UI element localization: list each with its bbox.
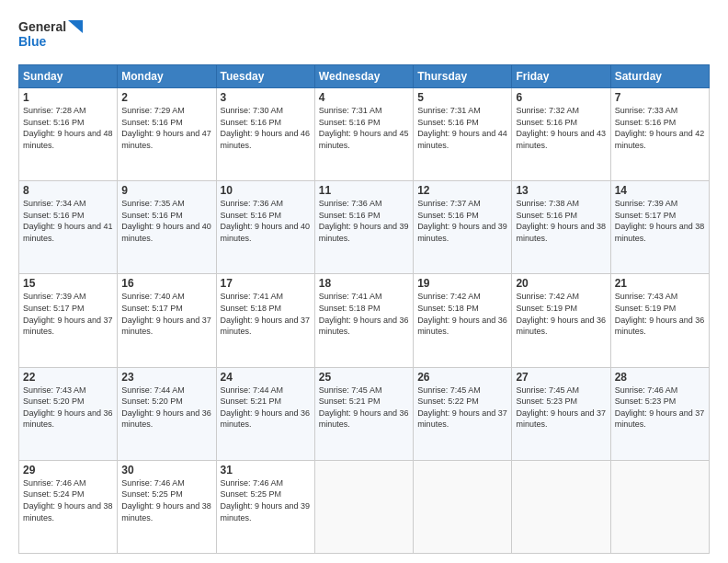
day-number: 4	[319, 91, 409, 104]
day-number: 14	[615, 184, 705, 197]
calendar-week-2: 8Sunrise: 7:34 AMSunset: 5:16 PMDaylight…	[19, 181, 710, 274]
day-number: 11	[319, 184, 409, 197]
day-info: Sunrise: 7:46 AMSunset: 5:25 PMDaylight:…	[121, 477, 211, 523]
calendar-cell: 19Sunrise: 7:42 AMSunset: 5:18 PMDayligh…	[414, 274, 512, 367]
calendar-cell: 12Sunrise: 7:37 AMSunset: 5:16 PMDayligh…	[414, 181, 512, 274]
calendar-table: SundayMondayTuesdayWednesdayThursdayFrid…	[18, 64, 710, 554]
calendar-cell: 6Sunrise: 7:32 AMSunset: 5:16 PMDaylight…	[512, 88, 610, 181]
calendar-cell: 10Sunrise: 7:36 AMSunset: 5:16 PMDayligh…	[216, 181, 314, 274]
day-number: 1	[23, 91, 113, 104]
svg-text:General: General	[18, 19, 66, 34]
day-number: 29	[23, 464, 113, 477]
day-number: 5	[417, 91, 507, 104]
day-number: 21	[615, 277, 705, 290]
calendar-cell: 17Sunrise: 7:41 AMSunset: 5:18 PMDayligh…	[216, 274, 314, 367]
day-info: Sunrise: 7:38 AMSunset: 5:16 PMDaylight:…	[516, 198, 606, 244]
weekday-header-wednesday: Wednesday	[314, 65, 413, 88]
calendar-cell: 4Sunrise: 7:31 AMSunset: 5:16 PMDaylight…	[314, 88, 413, 181]
day-info: Sunrise: 7:34 AMSunset: 5:16 PMDaylight:…	[23, 198, 113, 244]
day-info: Sunrise: 7:31 AMSunset: 5:16 PMDaylight:…	[319, 105, 409, 151]
day-number: 30	[121, 464, 211, 477]
day-info: Sunrise: 7:45 AMSunset: 5:22 PMDaylight:…	[417, 385, 507, 431]
day-number: 3	[221, 91, 311, 104]
calendar-week-4: 22Sunrise: 7:43 AMSunset: 5:20 PMDayligh…	[19, 367, 710, 460]
calendar-cell: 28Sunrise: 7:46 AMSunset: 5:23 PMDayligh…	[610, 367, 709, 460]
calendar-cell: 27Sunrise: 7:45 AMSunset: 5:23 PMDayligh…	[512, 367, 610, 460]
day-number: 8	[23, 184, 113, 197]
day-info: Sunrise: 7:44 AMSunset: 5:21 PMDaylight:…	[221, 385, 311, 431]
day-info: Sunrise: 7:39 AMSunset: 5:17 PMDaylight:…	[615, 198, 705, 244]
day-number: 18	[319, 277, 409, 290]
day-number: 24	[221, 371, 311, 384]
day-info: Sunrise: 7:30 AMSunset: 5:16 PMDaylight:…	[221, 105, 311, 151]
day-info: Sunrise: 7:37 AMSunset: 5:16 PMDaylight:…	[417, 198, 507, 244]
day-number: 2	[121, 91, 211, 104]
calendar-cell	[314, 460, 413, 553]
day-info: Sunrise: 7:42 AMSunset: 5:19 PMDaylight:…	[516, 291, 606, 337]
day-info: Sunrise: 7:36 AMSunset: 5:16 PMDaylight:…	[319, 198, 409, 244]
logo: General Blue	[18, 15, 83, 55]
calendar-cell: 31Sunrise: 7:46 AMSunset: 5:25 PMDayligh…	[216, 460, 314, 553]
day-info: Sunrise: 7:31 AMSunset: 5:16 PMDaylight:…	[417, 105, 507, 151]
header: General Blue	[18, 15, 710, 55]
calendar-cell: 22Sunrise: 7:43 AMSunset: 5:20 PMDayligh…	[19, 367, 118, 460]
day-number: 20	[516, 277, 606, 290]
day-info: Sunrise: 7:45 AMSunset: 5:21 PMDaylight:…	[319, 385, 409, 431]
svg-text:Blue: Blue	[18, 34, 47, 49]
weekday-header-monday: Monday	[118, 65, 216, 88]
day-number: 7	[615, 91, 705, 104]
calendar-cell: 7Sunrise: 7:33 AMSunset: 5:16 PMDaylight…	[610, 88, 709, 181]
day-info: Sunrise: 7:32 AMSunset: 5:16 PMDaylight:…	[516, 105, 606, 151]
day-info: Sunrise: 7:44 AMSunset: 5:20 PMDaylight:…	[121, 385, 211, 431]
day-info: Sunrise: 7:39 AMSunset: 5:17 PMDaylight:…	[23, 291, 113, 337]
day-number: 28	[615, 371, 705, 384]
weekday-header-friday: Friday	[512, 65, 610, 88]
day-info: Sunrise: 7:40 AMSunset: 5:17 PMDaylight:…	[121, 291, 211, 337]
calendar-cell: 13Sunrise: 7:38 AMSunset: 5:16 PMDayligh…	[512, 181, 610, 274]
day-number: 23	[121, 371, 211, 384]
day-info: Sunrise: 7:35 AMSunset: 5:16 PMDaylight:…	[121, 198, 211, 244]
calendar-cell: 29Sunrise: 7:46 AMSunset: 5:24 PMDayligh…	[19, 460, 118, 553]
day-number: 27	[516, 371, 606, 384]
day-number: 6	[516, 91, 606, 104]
day-info: Sunrise: 7:46 AMSunset: 5:23 PMDaylight:…	[615, 385, 705, 431]
day-info: Sunrise: 7:41 AMSunset: 5:18 PMDaylight:…	[221, 291, 311, 337]
day-info: Sunrise: 7:36 AMSunset: 5:16 PMDaylight:…	[221, 198, 311, 244]
day-number: 19	[417, 277, 507, 290]
day-info: Sunrise: 7:29 AMSunset: 5:16 PMDaylight:…	[121, 105, 211, 151]
day-number: 12	[417, 184, 507, 197]
calendar-cell: 26Sunrise: 7:45 AMSunset: 5:22 PMDayligh…	[414, 367, 512, 460]
day-number: 10	[221, 184, 311, 197]
calendar-cell	[512, 460, 610, 553]
day-info: Sunrise: 7:42 AMSunset: 5:18 PMDaylight:…	[417, 291, 507, 337]
day-info: Sunrise: 7:28 AMSunset: 5:16 PMDaylight:…	[23, 105, 113, 151]
calendar-cell: 14Sunrise: 7:39 AMSunset: 5:17 PMDayligh…	[610, 181, 709, 274]
calendar-week-5: 29Sunrise: 7:46 AMSunset: 5:24 PMDayligh…	[19, 460, 710, 553]
calendar-cell: 11Sunrise: 7:36 AMSunset: 5:16 PMDayligh…	[314, 181, 413, 274]
calendar-cell: 2Sunrise: 7:29 AMSunset: 5:16 PMDaylight…	[118, 88, 216, 181]
calendar-cell: 15Sunrise: 7:39 AMSunset: 5:17 PMDayligh…	[19, 274, 118, 367]
calendar-cell: 21Sunrise: 7:43 AMSunset: 5:19 PMDayligh…	[610, 274, 709, 367]
day-info: Sunrise: 7:46 AMSunset: 5:25 PMDaylight:…	[221, 477, 311, 523]
calendar-cell: 20Sunrise: 7:42 AMSunset: 5:19 PMDayligh…	[512, 274, 610, 367]
weekday-header-saturday: Saturday	[610, 65, 709, 88]
page: General Blue SundayMondayTuesdayWednesda…	[0, 0, 728, 563]
day-number: 25	[319, 371, 409, 384]
calendar-cell: 1Sunrise: 7:28 AMSunset: 5:16 PMDaylight…	[19, 88, 118, 181]
day-number: 16	[121, 277, 211, 290]
weekday-header-sunday: Sunday	[19, 65, 118, 88]
calendar-cell: 9Sunrise: 7:35 AMSunset: 5:16 PMDaylight…	[118, 181, 216, 274]
calendar-cell: 8Sunrise: 7:34 AMSunset: 5:16 PMDaylight…	[19, 181, 118, 274]
day-info: Sunrise: 7:33 AMSunset: 5:16 PMDaylight:…	[615, 105, 705, 151]
day-number: 9	[121, 184, 211, 197]
calendar-cell: 25Sunrise: 7:45 AMSunset: 5:21 PMDayligh…	[314, 367, 413, 460]
day-number: 22	[23, 371, 113, 384]
calendar-cell: 16Sunrise: 7:40 AMSunset: 5:17 PMDayligh…	[118, 274, 216, 367]
calendar-cell: 5Sunrise: 7:31 AMSunset: 5:16 PMDaylight…	[414, 88, 512, 181]
day-info: Sunrise: 7:46 AMSunset: 5:24 PMDaylight:…	[23, 477, 113, 523]
weekday-header-tuesday: Tuesday	[216, 65, 314, 88]
calendar-cell	[414, 460, 512, 553]
day-number: 31	[221, 464, 311, 477]
day-number: 13	[516, 184, 606, 197]
day-number: 15	[23, 277, 113, 290]
